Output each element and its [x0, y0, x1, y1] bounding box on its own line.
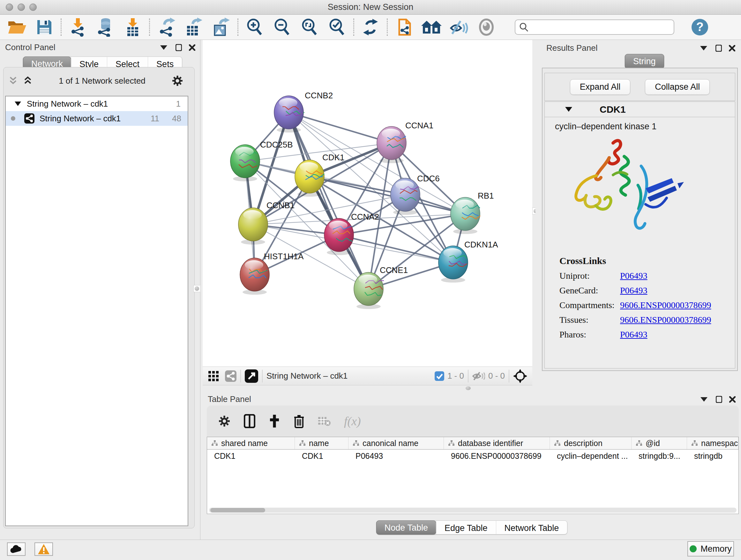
tab-edge-table[interactable]: Edge Table	[436, 521, 496, 534]
crosslink-link[interactable]: 9606.ENSP00000378699	[620, 300, 711, 310]
table-settings-gear-icon[interactable]	[218, 415, 230, 427]
expand-all-icon[interactable]	[23, 76, 32, 85]
expand-all-button[interactable]: Expand All	[570, 79, 630, 95]
close-panel-icon[interactable]	[189, 44, 195, 51]
column-header[interactable]: canonical name	[348, 437, 444, 449]
protein-name: CDK1	[600, 104, 626, 115]
column-header[interactable]: shared name	[207, 437, 295, 449]
tab-node-table[interactable]: Node Table	[376, 520, 436, 535]
network-view-share-icon[interactable]	[225, 370, 237, 382]
search-input[interactable]	[515, 19, 674, 35]
help-button[interactable]: ?	[691, 18, 709, 36]
zoom-fit-button[interactable]	[296, 17, 323, 38]
network-canvas[interactable]: CCNB2CCNA1CDC25BCDK1CDC6RB1CCNB1CCNA2CDK…	[203, 40, 532, 367]
zoom-out-button[interactable]	[268, 17, 296, 38]
export-table-button[interactable]	[180, 17, 207, 38]
table-cell[interactable]: cyclin–dependent ...	[550, 449, 631, 462]
cytoscape-window: Session: New Session	[0, 0, 741, 560]
zoom-selected-button[interactable]	[323, 17, 351, 38]
import-network-icon	[69, 17, 87, 37]
network-node-CCNA1	[377, 126, 406, 163]
cloud-status-button[interactable]	[7, 543, 25, 556]
table-horizontal-scrollbar[interactable]	[209, 508, 737, 513]
collapse-all-icon[interactable]	[8, 76, 18, 85]
horizontal-splitter-handle[interactable]	[466, 386, 471, 390]
crosslink-label: Tissues:	[559, 315, 620, 325]
import-network-database-button[interactable]	[91, 17, 119, 38]
network-share-icon	[24, 113, 35, 124]
show-all-button[interactable]	[473, 17, 500, 38]
refresh-icon	[362, 18, 379, 36]
memory-button[interactable]: Memory	[687, 541, 734, 557]
refresh-view-button[interactable]	[357, 17, 384, 38]
float-panel-icon[interactable]	[700, 46, 707, 51]
network-collection-row[interactable]: String Network – cdk1 1	[6, 97, 188, 111]
column-header[interactable]: name	[295, 437, 348, 449]
minimize-window-button[interactable]	[17, 3, 25, 11]
network-node-CCNB1	[239, 208, 268, 245]
scrollbar-thumb[interactable]	[210, 508, 265, 512]
crosslink-link[interactable]: 9606.ENSP00000378699	[620, 315, 711, 325]
maximize-panel-icon[interactable]	[716, 45, 722, 52]
first-neighbors-button[interactable]	[418, 17, 445, 38]
table-cell[interactable]: stringdb	[687, 449, 738, 462]
export-network-icon	[157, 17, 175, 37]
collection-expanded-icon[interactable]	[15, 102, 21, 106]
gear-icon[interactable]	[172, 75, 183, 86]
cloud-icon	[10, 545, 23, 554]
open-in-string-button[interactable]	[390, 17, 418, 38]
table-row[interactable]: CDK1CDK1P064939606.ENSP00000378699cyclin…	[207, 449, 738, 462]
import-network-file-button[interactable]	[64, 17, 91, 38]
column-type-icon	[299, 440, 306, 446]
toolbar-separator	[353, 18, 354, 36]
network-selection-status: 1 of 1 Network selected	[32, 76, 172, 86]
collapse-section-icon[interactable]	[565, 107, 572, 112]
left-splitter-handle[interactable]	[193, 285, 200, 292]
export-image-button[interactable]	[207, 17, 235, 38]
zoom-in-button[interactable]	[241, 17, 268, 38]
float-panel-icon[interactable]	[160, 45, 167, 50]
table-cell[interactable]: CDK1	[207, 449, 295, 462]
crosslink-link[interactable]: P06493	[620, 286, 648, 295]
maximize-panel-icon[interactable]	[176, 44, 182, 51]
float-panel-icon[interactable]	[700, 397, 708, 401]
add-column-icon[interactable]	[269, 414, 280, 428]
crosslink-link[interactable]: P06493	[620, 271, 648, 281]
birdseye-crosshair-icon[interactable]	[513, 369, 527, 383]
table-cell[interactable]: P06493	[348, 449, 444, 462]
column-header[interactable]: database identifier	[444, 437, 550, 449]
zoom-in-icon	[246, 18, 264, 37]
table-cell[interactable]: stringdb:9...	[631, 449, 687, 462]
tab-string[interactable]: String	[625, 54, 664, 69]
control-panel-title: Control Panel	[5, 43, 56, 52]
close-panel-icon[interactable]	[729, 45, 735, 51]
warnings-button[interactable]	[35, 543, 53, 556]
open-session-button[interactable]	[3, 17, 30, 38]
delete-column-trash-icon[interactable]	[293, 414, 305, 428]
zoom-window-button[interactable]	[29, 3, 37, 11]
network-row[interactable]: String Network – cdk1 11 48	[6, 111, 188, 126]
crosslink-label: GeneCard:	[559, 286, 620, 296]
hide-selected-button[interactable]	[445, 17, 473, 38]
export-network-button[interactable]	[152, 17, 180, 38]
show-columns-icon[interactable]	[244, 414, 255, 428]
crosslink-label: Compartments:	[559, 300, 620, 310]
table-cell[interactable]: CDK1	[295, 449, 348, 462]
column-header[interactable]: namespac	[687, 437, 738, 449]
grid-view-icon[interactable]	[208, 371, 219, 381]
table-cell[interactable]: 9606.ENSP00000378699	[444, 449, 550, 462]
save-session-button[interactable]	[30, 17, 58, 38]
maximize-panel-icon[interactable]	[716, 396, 722, 403]
close-window-button[interactable]	[6, 3, 13, 11]
import-table-file-button[interactable]	[119, 17, 146, 38]
crosslink-link[interactable]: P06493	[620, 329, 648, 339]
close-panel-icon[interactable]	[729, 396, 736, 402]
detach-view-icon[interactable]	[245, 369, 258, 383]
selected-checkbox-icon[interactable]	[434, 371, 444, 381]
protein-card-header[interactable]: CDK1	[545, 102, 735, 117]
column-header[interactable]: description	[550, 437, 631, 449]
column-header[interactable]: @id	[631, 437, 687, 449]
save-floppy-icon	[36, 19, 53, 36]
tab-network-table[interactable]: Network Table	[496, 521, 567, 534]
collapse-all-button[interactable]: Collapse All	[645, 79, 710, 95]
